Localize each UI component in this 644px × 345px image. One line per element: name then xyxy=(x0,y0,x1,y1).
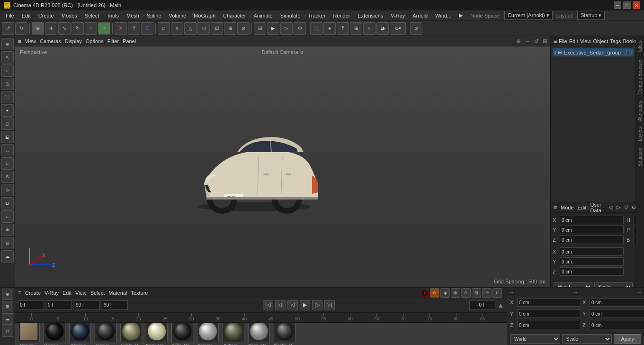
point-mode-button[interactable]: ⊡ xyxy=(211,22,223,35)
play-forward-button[interactable]: ▶ xyxy=(300,300,310,310)
tree-item-visibility-dot[interactable] xyxy=(625,50,627,55)
viewport-icon-1[interactable]: ⊕ xyxy=(516,38,521,45)
menu-render[interactable]: Render xyxy=(329,12,354,19)
object-menu-file[interactable]: File xyxy=(559,38,567,44)
mat-menu-material[interactable]: Material xyxy=(108,290,127,296)
scale-button[interactable]: ⤡ xyxy=(58,22,71,35)
x-coord-input[interactable] xyxy=(517,298,581,307)
display-cube-button[interactable]: ⬛ xyxy=(310,22,322,35)
sidebar-move-tool[interactable]: ⊕ xyxy=(1,38,14,50)
edge-mode-button[interactable]: ◁ xyxy=(197,22,210,35)
menu-volume[interactable]: Volume xyxy=(165,12,190,19)
sidebar-floor2-tool[interactable]: ⌂ xyxy=(1,210,14,223)
sculpt-mode-button[interactable]: ⊘ xyxy=(237,22,250,35)
y-scale-input[interactable] xyxy=(560,257,624,266)
object-menu-view[interactable]: View xyxy=(580,38,591,44)
menu-simulate[interactable]: Simulate xyxy=(277,12,304,19)
tab-content-browser[interactable]: Content Browser xyxy=(636,56,644,97)
object-menu-icon[interactable]: ≡ xyxy=(554,38,557,45)
display-lines-button[interactable]: ≡ xyxy=(363,22,376,35)
display-dots-button[interactable]: ⠿ xyxy=(337,22,349,35)
tree-item-sedan[interactable]: ⊞ Executive_Sedan_group xyxy=(553,48,634,56)
object-menu-tags[interactable]: Tags xyxy=(610,38,621,44)
viewport-icon-4[interactable]: ⊞ xyxy=(543,38,547,45)
end-frame-input[interactable] xyxy=(74,300,100,310)
attr-nav-prev[interactable]: ◁ xyxy=(609,204,613,210)
timeline-wave-button[interactable]: 〜 xyxy=(482,288,492,298)
sidebar-extra3-tool[interactable]: ☁ xyxy=(1,250,14,263)
attr-menu-edit[interactable]: Edit xyxy=(578,205,587,210)
sidebar-s-tool[interactable]: S xyxy=(1,171,14,183)
viewport-canvas[interactable]: Perspective Default Camera ⚙ xyxy=(15,46,550,287)
material-item-4[interactable]: Lights_M... xyxy=(119,323,143,345)
display-sphere-button[interactable]: ● xyxy=(323,22,336,35)
y-axis-button[interactable]: Y xyxy=(128,22,140,35)
tab-layers[interactable]: Layers xyxy=(636,124,644,144)
menu-mesh[interactable]: Mesh xyxy=(123,12,143,19)
sidebar-extra2-tool[interactable]: ⊡ xyxy=(1,237,14,249)
frame-counter-input[interactable] xyxy=(469,300,495,310)
material-item-0[interactable]: Namepl... xyxy=(17,323,41,345)
timeline-play-all-button[interactable]: ⊞ xyxy=(472,288,481,298)
sidebar-lasso-tool[interactable]: ○ xyxy=(1,64,14,77)
menu-arrow[interactable]: ▶ xyxy=(455,11,466,19)
viewport-menu-filter[interactable]: Filter xyxy=(107,38,119,44)
material-item-5[interactable]: Body_Ma... xyxy=(145,323,169,345)
material-item-10[interactable]: Plastic_M... xyxy=(273,323,296,345)
y2-coord-input[interactable] xyxy=(590,309,644,318)
spline-mode-button[interactable]: ◊ xyxy=(171,22,183,35)
viewport-icon-2[interactable]: ↔ xyxy=(525,38,530,45)
frame-stepper-up[interactable]: ▲ xyxy=(497,301,504,309)
apply-coords-button[interactable]: Apply xyxy=(614,334,641,344)
y-coord-input[interactable] xyxy=(517,309,581,318)
render-settings-button[interactable]: ⚙ xyxy=(294,22,306,35)
attr-menu-mode[interactable]: Mode xyxy=(561,205,574,210)
snap-button[interactable]: ⊙ xyxy=(410,22,422,35)
viewport-icon-3[interactable]: ↺ xyxy=(534,38,539,45)
render-region-button[interactable]: ▶ xyxy=(267,22,279,35)
bottom-side-btn1[interactable]: ⊕ xyxy=(2,289,13,300)
camera-settings-icon[interactable]: ⚙ xyxy=(300,50,304,55)
z-scale-input[interactable] xyxy=(560,267,624,276)
move-button[interactable]: ✛ xyxy=(45,22,57,35)
undo-button[interactable]: ↺ xyxy=(2,22,14,35)
mat-menu-view[interactable]: View xyxy=(75,290,87,296)
attr-nav-next[interactable]: ▷ xyxy=(617,204,620,210)
attr-menu-icon[interactable]: ≡ xyxy=(554,204,557,211)
auto-key-button[interactable]: ● xyxy=(420,289,429,297)
object-menu-edit[interactable]: Edit xyxy=(569,38,578,44)
mat-menu-vray[interactable]: V-Ray xyxy=(45,290,59,296)
sidebar-select-tool[interactable]: ↖ xyxy=(1,51,14,64)
mat-menu-icon[interactable]: ≡ xyxy=(18,290,21,296)
menu-edit[interactable]: Edit xyxy=(18,12,35,19)
sidebar-sphere-tool[interactable]: ● xyxy=(1,104,14,117)
menu-mograph[interactable]: MoGraph xyxy=(190,12,219,19)
timeline-key-button[interactable]: ◈ xyxy=(440,288,450,298)
viewport-menu-panel[interactable]: Panel xyxy=(123,38,136,44)
sidebar-deform-tool[interactable]: S xyxy=(1,184,14,196)
material-item-2[interactable]: Window... xyxy=(68,323,92,345)
sidebar-floor-tool[interactable]: ⊔ xyxy=(1,197,14,209)
node-space-value[interactable]: Current (Arnold) ▾ xyxy=(504,11,553,20)
menu-character[interactable]: Character xyxy=(219,12,250,19)
sidebar-paint-tool[interactable]: ◷ xyxy=(1,78,14,90)
sidebar-cube-tool[interactable]: ⬛ xyxy=(1,91,14,103)
viewport-menu-cameras[interactable]: Cameras xyxy=(40,38,61,44)
prev-key-button[interactable]: ◁| xyxy=(275,300,286,310)
bottom-side-btn2[interactable]: ⊞ xyxy=(2,301,13,312)
timeline-walk-button[interactable]: ⊙ xyxy=(461,288,471,298)
select-live-button[interactable]: ⊕ xyxy=(32,22,44,35)
sidebar-extra-tool[interactable]: ⊕ xyxy=(1,224,14,236)
z-coord-input[interactable] xyxy=(517,321,581,329)
menu-spline[interactable]: Spline xyxy=(143,12,165,19)
rotate-button[interactable]: ↻ xyxy=(72,22,84,35)
plus-button[interactable]: + xyxy=(98,22,110,35)
tab-attributes[interactable]: Attributes xyxy=(636,98,644,124)
menu-arnold[interactable]: Arnold xyxy=(409,12,431,19)
bottom-side-btn4[interactable]: ◻ xyxy=(2,326,13,337)
material-item-8[interactable]: Buttom_... xyxy=(222,323,245,345)
display-grid-button[interactable]: ⊞ xyxy=(350,22,362,35)
z2-coord-input[interactable] xyxy=(590,321,644,329)
menu-modes[interactable]: Modes xyxy=(58,12,81,19)
x2-coord-input[interactable] xyxy=(590,298,644,307)
